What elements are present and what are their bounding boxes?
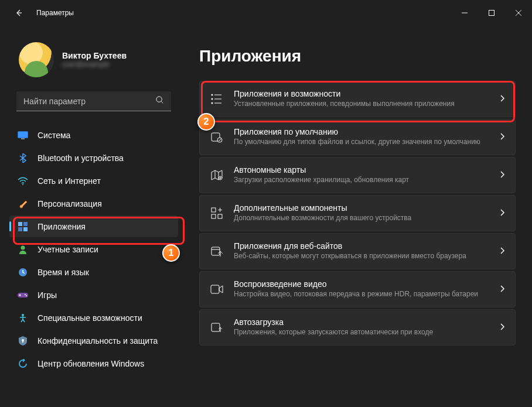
card-title: Автозагрузка [234,317,489,327]
svg-point-4 [22,184,23,185]
close-button[interactable] [505,1,532,25]
settings-card-default[interactable]: Приложения по умолчанию По умолчанию для… [199,119,516,155]
chevron-right-icon [500,322,504,333]
sidebar-item-label: Центр обновления Windows [37,359,144,368]
svg-rect-28 [212,323,220,331]
system-icon [18,130,28,141]
search-icon [155,95,164,107]
titlebar: Параметры [0,0,532,26]
feature-icon [210,207,223,219]
settings-card-list[interactable]: Приложения и возможности Установленные п… [199,81,516,117]
card-title: Приложения для веб-сайтов [234,241,489,251]
sidebar-item-label: Персонализация [37,199,102,208]
card-text: Приложения для веб-сайтов Веб-сайты, кот… [234,241,489,261]
sidebar-item-apps[interactable]: Приложения [9,216,178,237]
svg-rect-16 [22,341,23,343]
sidebar-item-system[interactable]: Система [9,124,178,146]
minimize-icon [462,10,468,16]
sidebar-item-wifi[interactable]: Сеть и Интернет [9,170,178,191]
main-content: Приложения Приложения и возможности Уста… [187,26,532,407]
chevron-right-icon [500,246,504,256]
page-title: Приложения [199,47,516,66]
startup-icon [210,322,223,333]
user-email: user@example [62,60,127,69]
search-box[interactable] [16,91,171,111]
card-subtitle: Загрузки расположение хранилища, обновле… [234,176,489,185]
card-subtitle: Установленные приложения, псевдонимы вып… [234,100,489,109]
user-block[interactable]: Виктор Бухтеев user@example [7,26,180,89]
sidebar-item-time[interactable]: Время и язык [9,261,178,283]
sidebar-item-bluetooth[interactable]: Bluetooth и устройства [9,147,178,169]
settings-card-feature[interactable]: Дополнительные компоненты Дополнительные… [199,195,516,231]
account-icon [18,244,28,255]
svg-point-9 [21,245,25,249]
svg-point-13 [26,295,27,296]
sidebar-item-a11y[interactable]: Специальные возможности [9,307,178,329]
settings-cards: Приложения и возможности Установленные п… [199,81,516,346]
privacy-icon [18,336,28,346]
card-text: Дополнительные компоненты Дополнительные… [234,203,489,223]
minimize-button[interactable] [451,1,478,25]
list-icon [210,94,223,104]
video-icon [210,285,223,294]
settings-card-startup[interactable]: Автозагрузка Приложения, которые запуска… [199,309,516,346]
card-title: Приложения по умолчанию [234,127,489,136]
maximize-button[interactable] [478,1,505,25]
map-icon [210,170,223,180]
default-icon [210,131,223,143]
sidebar-item-label: Специальные возможности [37,313,142,323]
sidebar-item-label: Время и язык [37,268,89,277]
chevron-right-icon [500,284,504,295]
svg-point-14 [22,314,24,316]
back-button[interactable] [11,5,27,21]
sidebar-item-account[interactable]: Учетные записи [9,238,178,260]
card-title: Автономные карты [234,165,489,175]
time-icon [18,267,28,278]
sidebar-item-label: Учетные записи [37,245,98,254]
settings-card-web[interactable]: Приложения для веб-сайтов Веб-сайты, кот… [199,233,516,269]
games-icon [18,290,28,300]
sidebar-item-label: Сеть и Интернет [37,176,101,186]
sidebar-item-label: Система [37,131,70,140]
svg-rect-0 [489,11,495,16]
card-text: Приложения по умолчанию По умолчанию для… [234,127,489,147]
card-text: Автозагрузка Приложения, которые запуска… [234,317,489,337]
search-input[interactable] [23,97,155,106]
chevron-right-icon [500,94,504,104]
apps-icon [18,221,28,232]
svg-rect-27 [211,285,219,293]
sidebar-item-label: Игры [37,290,57,300]
card-text: Автономные карты Загрузки расположение х… [234,165,489,185]
chevron-right-icon [500,170,504,180]
settings-card-map[interactable]: Автономные карты Загрузки расположение х… [199,157,516,193]
brush-icon [18,199,28,209]
settings-card-video[interactable]: Воспроизведение видео Настройка видео, п… [199,271,516,307]
sidebar-item-update[interactable]: Центр обновления Windows [9,353,178,374]
svg-rect-23 [212,208,216,212]
avatar [19,42,54,77]
svg-rect-5 [18,222,22,226]
card-subtitle: Настройка видео, потоковая передача в ре… [234,290,489,299]
card-subtitle: Дополнительные возможности для вашего ус… [234,214,489,223]
card-text: Приложения и возможности Установленные п… [234,89,489,109]
annotation-callout-2: 2 [197,113,215,131]
card-text: Воспроизведение видео Настройка видео, п… [234,279,489,299]
chevron-right-icon [500,132,504,142]
sidebar-item-label: Конфиденциальность и защита [37,336,158,346]
sidebar-item-privacy[interactable]: Конфиденциальность и защита [9,330,178,351]
a11y-icon [18,313,28,323]
svg-point-17 [212,94,213,96]
sidebar-item-brush[interactable]: Персонализация [9,193,178,214]
svg-point-19 [212,102,213,104]
wifi-icon [18,176,28,186]
svg-rect-7 [18,227,22,231]
chevron-right-icon [500,208,504,218]
sidebar-nav: СистемаBluetooth и устройстваСеть и Инте… [7,124,180,374]
bluetooth-icon [18,153,28,163]
card-title: Воспроизведение видео [234,279,489,289]
window-title: Параметры [36,9,74,17]
card-title: Приложения и возможности [234,89,489,98]
sidebar-item-games[interactable]: Игры [9,284,178,306]
svg-rect-26 [212,247,220,255]
svg-rect-25 [218,214,222,218]
